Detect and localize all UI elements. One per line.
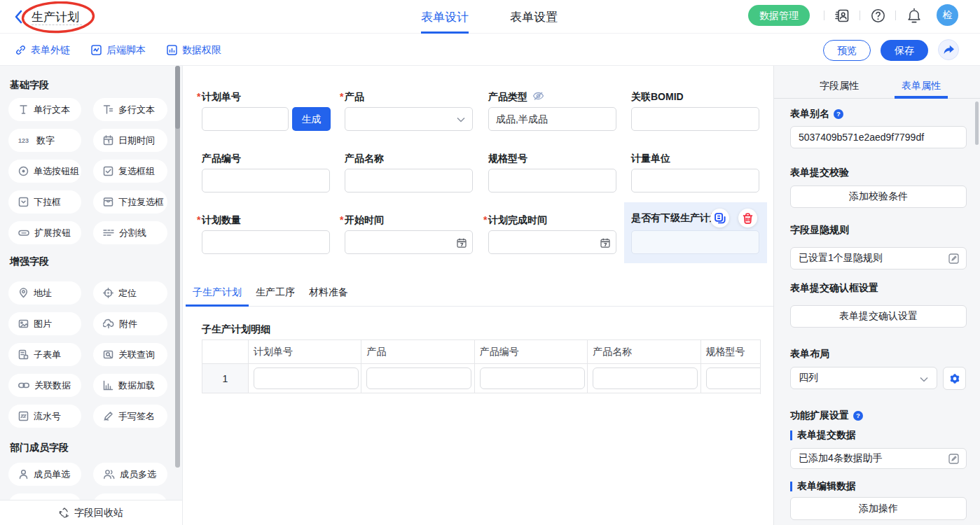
svg-text:123: 123: [18, 137, 29, 144]
svg-text:?: ?: [836, 110, 841, 118]
svg-text:?: ?: [856, 412, 860, 419]
